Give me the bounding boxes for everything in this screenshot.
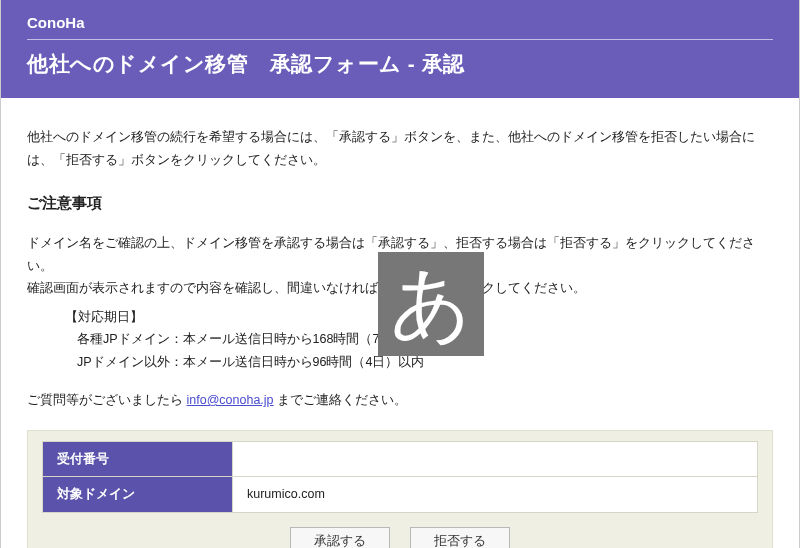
button-row: 承認する 拒否する <box>42 527 758 549</box>
reject-button[interactable]: 拒否する <box>410 527 510 549</box>
deadline-jp: 各種JPドメイン：本メール送信日時から168時間（7日）以内 <box>65 328 773 351</box>
target-domain-label: 対象ドメイン <box>43 477 233 513</box>
notice-line-1: ドメイン名をご確認の上、ドメイン移管を承認する場合は「承認する」、拒否する場合は… <box>27 232 773 277</box>
receipt-number-label: 受付番号 <box>43 441 233 477</box>
deadline-other: JPドメイン以外：本メール送信日時から96時間（4日）以内 <box>65 351 773 374</box>
table-row: 受付番号 <box>43 441 758 477</box>
contact-pre: ご質問等がございましたら <box>27 393 186 407</box>
deadline-heading: 【対応期日】 <box>65 306 773 329</box>
approve-button[interactable]: 承認する <box>290 527 390 549</box>
receipt-number-value <box>233 441 758 477</box>
table-row: 対象ドメイン kurumico.com <box>43 477 758 513</box>
page-title: 他社へのドメイン移管 承認フォーム - 承認 <box>27 50 773 78</box>
data-panel: 受付番号 対象ドメイン kurumico.com 承認する 拒否する <box>27 430 773 549</box>
notice-heading: ご注意事項 <box>27 189 773 216</box>
notice-line-2: 確認画面が表示されますので内容を確認し、間違いなければ「決定」をクリックしてくだ… <box>27 277 773 300</box>
contact-post: までご連絡ください。 <box>274 393 407 407</box>
page-header: ConoHa 他社へのドメイン移管 承認フォーム - 承認 <box>1 0 799 98</box>
deadline-block: 【対応期日】 各種JPドメイン：本メール送信日時から168時間（7日）以内 JP… <box>27 306 773 374</box>
content-area: 他社へのドメイン移管の続行を希望する場合には、「承認する」ボタンを、また、他社へ… <box>1 98 799 548</box>
brand-name: ConoHa <box>27 14 773 40</box>
target-domain-value: kurumico.com <box>233 477 758 513</box>
info-table: 受付番号 対象ドメイン kurumico.com <box>42 441 758 513</box>
contact-email-link[interactable]: info@conoha.jp <box>186 393 273 407</box>
contact-line: ご質問等がございましたら info@conoha.jp までご連絡ください。 <box>27 389 773 412</box>
intro-paragraph: 他社へのドメイン移管の続行を希望する場合には、「承認する」ボタンを、また、他社へ… <box>27 126 773 171</box>
notice-body: ドメイン名をご確認の上、ドメイン移管を承認する場合は「承認する」、拒否する場合は… <box>27 232 773 300</box>
